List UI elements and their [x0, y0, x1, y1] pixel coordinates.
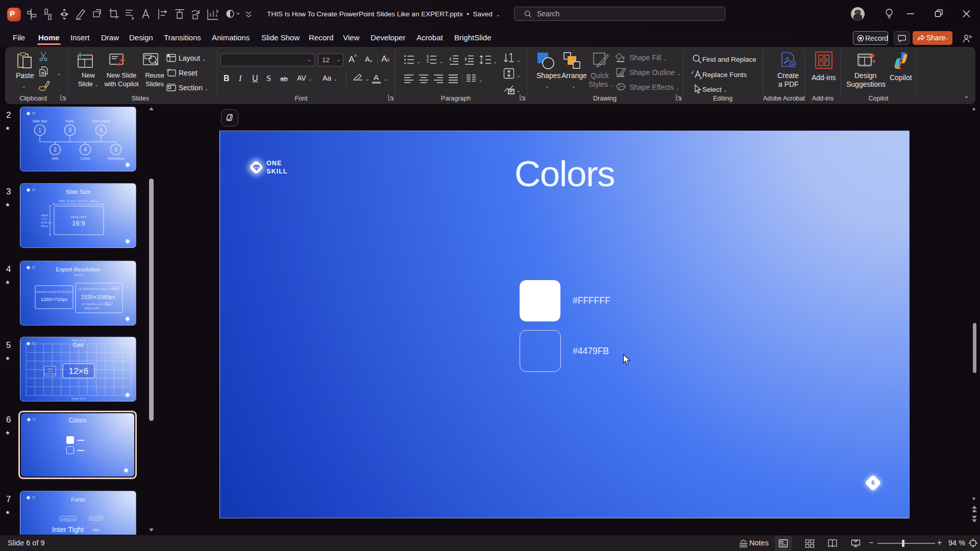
svg-text:540 px: 540 px [41, 224, 49, 228]
svg-text:2: 2 [54, 147, 57, 153]
svg-text:Inter: Inter [92, 528, 100, 532]
svg-text:Gutter: Gutter [47, 368, 53, 370]
svg-text:Slide Size: Slide Size [33, 119, 47, 123]
svg-text:3: 3 [68, 128, 71, 133]
svg-text:Body Font: Body Font [91, 517, 102, 520]
svg-text:20 px: 20 px [47, 370, 52, 372]
svg-text:Colors: Colors [81, 157, 91, 160]
svg-text:Heading Font: Heading Font [61, 518, 75, 520]
svg-text:16:9: 16:9 [72, 219, 85, 227]
svg-text:4: 4 [84, 147, 87, 153]
svg-text:5: 5 [100, 128, 103, 133]
svg-text:Column: 88 px: Column: 88 px [44, 373, 57, 375]
svg-text:Margin: 60 px: Margin: 60 px [71, 397, 86, 400]
svg-text:PowerPoint mp(220) DPI/220 DPI: PowerPoint mp(220) DPI/220 DPI px [35, 291, 73, 293]
svg-text:2160px at 4k h: 2160px at 4k h [84, 307, 100, 310]
svg-text:Grid: Grid [52, 157, 59, 160]
svg-text:Aspect Ratio: Aspect Ratio [70, 215, 86, 218]
svg-text:1: 1 [38, 128, 41, 133]
svg-text:Slide Layout: Slide Layout [92, 119, 110, 123]
svg-text:980×551px: 980×551px [81, 294, 115, 300]
svg-text:Animations: Animations [108, 157, 125, 160]
svg-text:Inter Tight: Inter Tight [52, 525, 84, 534]
svg-text:4K Ultra/PowerPoint output at: 4K Ultra/PowerPoint output at 330 dpi [79, 288, 117, 290]
svg-text:12×6: 12×6 [69, 366, 88, 376]
svg-text:19.05 cm: 19.05 cm [41, 221, 52, 224]
svg-text:JPG PNG: JPG PNG [74, 274, 84, 277]
svg-text:Height:: Height: [41, 214, 49, 217]
svg-text:Width: 13.33 in - 33.87 cm - 9: Width: 13.33 in - 33.87 cm - 960 px [59, 199, 99, 203]
svg-text:6: 6 [114, 147, 117, 153]
svg-text:1280×720px: 1280×720px [41, 296, 68, 302]
svg-text:Fonts: Fonts [66, 119, 75, 123]
svg-text:7.5 in: 7.5 in [41, 217, 47, 220]
